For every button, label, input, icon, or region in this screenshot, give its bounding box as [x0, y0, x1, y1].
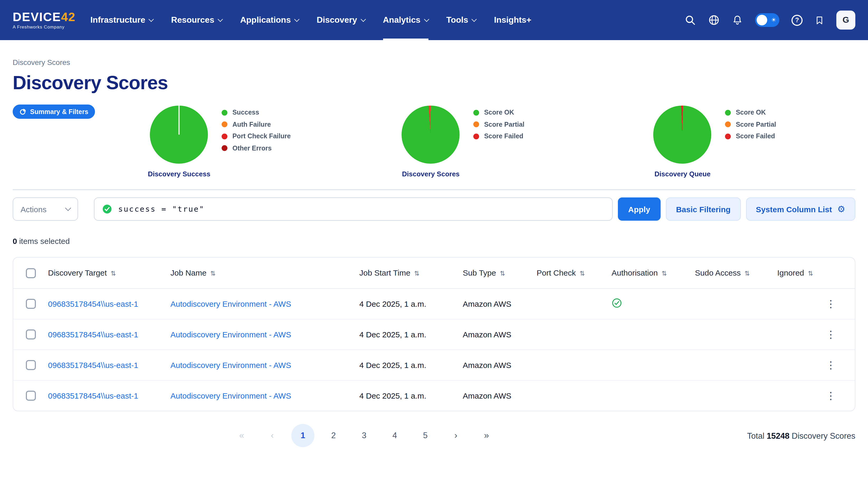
- apply-button[interactable]: Apply: [618, 198, 661, 221]
- chevron-down-icon: [149, 17, 154, 22]
- job-name-link[interactable]: Autodiscovery Environment - AWS: [170, 299, 291, 308]
- discovery-target-link[interactable]: 096835178454\\us-east-1: [48, 360, 138, 369]
- pagination-page-4[interactable]: 4: [383, 424, 406, 447]
- nav-item-resources[interactable]: Resources: [171, 0, 222, 40]
- job-start-time-cell: 4 Dec 2025, 1 a.m.: [359, 319, 463, 350]
- pagination-last-button[interactable]: »: [475, 424, 498, 447]
- job-start-time-cell: 4 Dec 2025, 1 a.m.: [359, 380, 463, 411]
- row-checkbox[interactable]: [26, 360, 36, 370]
- chart-discovery-success: Discovery Success Success Auth Failure P…: [150, 106, 402, 178]
- table-row: 096835178454\\us-east-1 Autodiscovery En…: [13, 350, 855, 380]
- theme-toggle[interactable]: ☀: [755, 13, 779, 27]
- filter-query-input[interactable]: [118, 205, 604, 213]
- toggle-knob: [757, 15, 767, 25]
- legend-item: Auth Failure: [222, 119, 291, 130]
- bookmark-icon[interactable]: [815, 14, 824, 26]
- discovery-target-link[interactable]: 096835178454\\us-east-1: [48, 330, 138, 339]
- table-header-row: Discovery Target⇅ Job Name⇅ Job Start Ti…: [13, 258, 855, 288]
- nav-item-discovery[interactable]: Discovery: [317, 0, 365, 40]
- legend-discovery-queue: Score OK Score Partial Score Failed: [725, 107, 776, 142]
- nav-item-tools[interactable]: Tools: [446, 0, 476, 40]
- discovery-target-link[interactable]: 096835178454\\us-east-1: [48, 391, 138, 400]
- chart-discovery-queue: Discovery Queue Score OK Score Partial S…: [653, 106, 868, 178]
- device42-logo[interactable]: DEVICE42 A Freshworks Company: [13, 0, 75, 40]
- authorisation-cell: [612, 288, 695, 319]
- job-name-link[interactable]: Autodiscovery Environment - AWS: [170, 360, 291, 369]
- select-all-checkbox[interactable]: [26, 268, 36, 278]
- ignored-cell: [777, 288, 826, 319]
- pagination-next-button[interactable]: ›: [444, 424, 467, 447]
- search-icon[interactable]: [685, 14, 696, 26]
- gear-icon: ⚙: [837, 205, 845, 214]
- row-menu-kebab-icon[interactable]: ⋮: [826, 329, 836, 339]
- legend-dot: [725, 133, 731, 139]
- summary-filters-button[interactable]: Summary & Filters: [13, 104, 95, 119]
- sort-icon: ⇅: [661, 270, 667, 277]
- row-checkbox[interactable]: [26, 329, 36, 339]
- sort-icon: ⇅: [579, 270, 585, 277]
- discovery-target-link[interactable]: 096835178454\\us-east-1: [48, 299, 138, 308]
- nav-item-analytics[interactable]: Analytics: [383, 0, 428, 40]
- column-header-port-check[interactable]: Port Check⇅: [537, 258, 612, 288]
- column-header-authorisation[interactable]: Authorisation⇅: [612, 258, 695, 288]
- system-column-list-button[interactable]: System Column List ⚙: [746, 198, 855, 221]
- sort-icon: ⇅: [500, 270, 505, 277]
- column-header-discovery-target[interactable]: Discovery Target⇅: [48, 258, 170, 288]
- row-checkbox[interactable]: [26, 299, 36, 309]
- column-header-sudo-access[interactable]: Sudo Access⇅: [695, 258, 777, 288]
- nav-item-insights-plus[interactable]: Insights+: [494, 0, 539, 40]
- globe-icon[interactable]: [708, 14, 720, 26]
- column-header-job-start-time[interactable]: Job Start Time⇅: [359, 258, 463, 288]
- job-name-link[interactable]: Autodiscovery Environment - AWS: [170, 330, 291, 339]
- legend-dot: [222, 122, 228, 127]
- legend-dot: [473, 110, 479, 116]
- legend-item: Other Errors: [222, 142, 291, 154]
- row-menu-kebab-icon[interactable]: ⋮: [826, 391, 836, 401]
- column-header-ignored[interactable]: Ignored⇅: [777, 258, 826, 288]
- nav-item-applications[interactable]: Applications: [240, 0, 299, 40]
- breadcrumb[interactable]: Discovery Scores: [13, 58, 855, 66]
- sub-type-cell: Amazon AWS: [463, 319, 537, 350]
- pagination-page-1[interactable]: 1: [291, 424, 314, 447]
- sort-icon: ⇅: [111, 270, 116, 277]
- pagination-page-3[interactable]: 3: [352, 424, 376, 447]
- summary-and-charts: Summary & Filters Discovery Success Succ…: [13, 101, 855, 178]
- filter-query-field[interactable]: [94, 198, 612, 221]
- pagination-page-5[interactable]: 5: [414, 424, 437, 447]
- sudo-access-cell: [695, 319, 777, 350]
- nav-item-infrastructure[interactable]: Infrastructure: [90, 0, 153, 40]
- navbar-actions: ☀ ? G: [685, 0, 855, 40]
- ignored-cell: [777, 319, 826, 350]
- pie-chart-icon: [20, 108, 26, 115]
- sort-icon: ⇅: [414, 270, 419, 277]
- row-menu-kebab-icon[interactable]: ⋮: [826, 360, 836, 370]
- row-checkbox[interactable]: [26, 391, 36, 401]
- chart-title: Discovery Queue: [655, 170, 711, 178]
- help-icon[interactable]: ?: [792, 14, 803, 26]
- pagination-prev-button[interactable]: ‹: [261, 424, 284, 447]
- logo-tagline: A Freshworks Company: [13, 24, 75, 30]
- port-check-cell: [537, 380, 612, 411]
- legend-item: Score Partial: [473, 119, 525, 130]
- column-header-sub-type[interactable]: Sub Type⇅: [463, 258, 537, 288]
- actions-dropdown[interactable]: Actions: [13, 198, 78, 221]
- port-check-cell: [537, 288, 612, 319]
- column-header-job-name[interactable]: Job Name⇅: [170, 258, 359, 288]
- sudo-access-cell: [695, 288, 777, 319]
- chevron-down-icon: [294, 17, 300, 22]
- bell-icon[interactable]: [732, 14, 743, 26]
- row-menu-kebab-icon[interactable]: ⋮: [826, 299, 836, 308]
- column-header-actions: [826, 258, 855, 288]
- job-name-link[interactable]: Autodiscovery Environment - AWS: [170, 391, 291, 400]
- basic-filtering-button[interactable]: Basic Filtering: [666, 198, 741, 221]
- page: DEVICE42 A Freshworks Company Infrastruc…: [0, 0, 868, 482]
- pagination-first-button[interactable]: «: [230, 424, 253, 447]
- items-selected-line: 0items selected: [13, 237, 855, 245]
- authorisation-cell: [612, 319, 695, 350]
- top-navbar: DEVICE42 A Freshworks Company Infrastruc…: [0, 0, 868, 40]
- filter-toolbar: Actions Apply Basic Filtering System Col…: [13, 198, 855, 221]
- pagination-page-2[interactable]: 2: [322, 424, 345, 447]
- chevron-down-icon: [472, 17, 477, 22]
- avatar[interactable]: G: [836, 10, 855, 30]
- legend-dot: [725, 122, 731, 127]
